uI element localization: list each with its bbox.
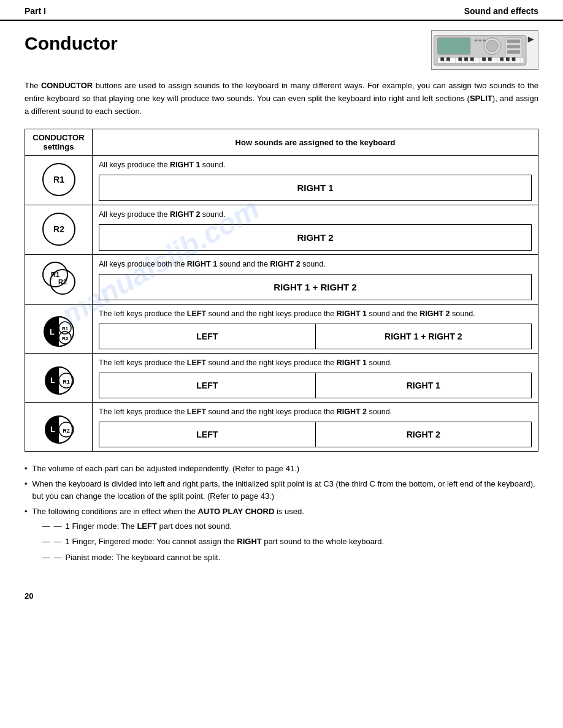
svg-rect-6 [478,40,481,42]
svg-rect-29 [446,58,450,61]
right-sound-4: RIGHT 1 [316,373,532,398]
table-row: LR1The left keys produce the LEFT sound … [25,353,538,402]
bullet-item-3: The following conditions are in effect w… [25,506,538,567]
header-right: Sound and effects [464,6,538,16]
table-row: R1R2All keys produce both the RIGHT 1 so… [25,254,538,304]
split-box-3: LEFTRIGHT 1 + RIGHT 2 [99,324,532,349]
svg-rect-32 [470,58,474,61]
table-row: R1All keys produce the RIGHT 1 sound.RIG… [25,156,538,205]
svg-rect-33 [482,58,486,61]
svg-text:L: L [50,425,55,434]
icon-cell-4: LR1 [25,353,93,402]
svg-rect-2 [438,39,469,54]
desc-text-0: All keys produce the RIGHT 1 sound. [99,159,532,171]
desc-cell-5: The left keys produce the LEFT sound and… [93,402,538,451]
svg-rect-11 [507,50,520,54]
intro-paragraph: The CONDUCTOR buttons are used to assign… [25,80,538,118]
svg-rect-35 [500,58,504,61]
page-number: 20 [0,585,563,607]
desc-cell-2: All keys produce both the RIGHT 1 sound … [93,254,538,304]
title-section: Conductor [25,33,538,70]
svg-rect-28 [440,58,444,61]
sub-bullet-1: — 1 Finger mode: The LEFT part does not … [42,520,385,533]
svg-text:R1: R1 [63,379,70,385]
svg-text:L: L [50,376,55,385]
split-bold: SPLIT [470,94,492,103]
svg-text:R2: R2 [61,336,68,341]
svg-text:R1: R1 [61,326,68,332]
bullet-list: The volume of each part can be adjusted … [25,463,538,567]
sub-bullet-3: — Pianist mode: The keyboard cannot be s… [42,552,385,564]
sound-box-0: RIGHT 1 [99,175,532,201]
table-row: R2All keys produce the RIGHT 2 sound.RIG… [25,205,538,255]
svg-rect-37 [512,58,516,61]
svg-rect-31 [464,58,468,61]
header: Part I Sound and effects [0,0,563,21]
svg-rect-10 [507,45,520,48]
bullet-item-2: When the keyboard is divided into left a… [25,478,538,502]
desc-text-2: All keys produce both the RIGHT 1 sound … [99,259,532,270]
left-sound-5: LEFT [99,422,316,447]
left-sound-3: LEFT [99,324,316,349]
svg-text:R1: R1 [53,175,64,184]
sound-box-1: RIGHT 2 [99,224,532,251]
svg-rect-36 [506,58,510,61]
svg-marker-12 [528,37,534,43]
page-title: Conductor [25,33,118,54]
sound-box-2: RIGHT 1 + RIGHT 2 [99,274,532,300]
svg-rect-9 [507,40,520,44]
icon-cell-5: LR2 [25,402,93,451]
svg-text:R2: R2 [58,278,66,286]
desc-cell-3: The left keys produce the LEFT sound and… [93,304,538,353]
svg-rect-7 [483,40,486,42]
icon-cell-0: R1 [25,156,93,205]
desc-text-4: The left keys produce the LEFT sound and… [99,357,532,369]
keyboard-image [431,30,538,70]
right-sound-3: RIGHT 1 + RIGHT 2 [316,324,532,349]
desc-cell-1: All keys produce the RIGHT 2 sound.RIGHT… [93,205,538,255]
right-sound-5: RIGHT 2 [316,422,532,447]
desc-text-1: All keys produce the RIGHT 2 sound. [99,209,532,221]
desc-text-3: The left keys produce the LEFT sound and… [99,308,532,320]
split-box-5: LEFTRIGHT 2 [99,422,532,447]
sub-bullet-2: — 1 Finger, Fingered mode: You cannot as… [42,536,385,548]
svg-text:R2: R2 [53,224,64,234]
table-row: LR2The left keys produce the LEFT sound … [25,402,538,451]
conductor-table: CONDUCTOR settings How sounds are assign… [25,129,538,451]
split-box-4: LEFTRIGHT 1 [99,373,532,398]
desc-cell-4: The left keys produce the LEFT sound and… [93,353,538,402]
bullet-item-1: The volume of each part can be adjusted … [25,463,538,475]
svg-rect-13 [437,58,524,64]
icon-cell-3: LR1R2 [25,304,93,353]
svg-text:R2: R2 [63,428,70,434]
svg-rect-5 [475,40,478,42]
table-header-col2: How sounds are assigned to the keyboard [93,129,538,156]
table-row: LR1R2The left keys produce the LEFT soun… [25,304,538,353]
table-header-col1: CONDUCTOR settings [25,129,93,156]
svg-rect-30 [458,58,462,61]
left-sound-4: LEFT [99,373,316,398]
sub-bullet-list: — 1 Finger mode: The LEFT part does not … [33,520,385,564]
content: Conductor [0,21,563,585]
svg-point-4 [486,40,498,52]
conductor-bold: CONDUCTOR [41,81,93,90]
icon-cell-2: R1R2 [25,254,93,304]
icon-cell-1: R2 [25,205,93,255]
desc-cell-0: All keys produce the RIGHT 1 sound.RIGHT… [93,156,538,205]
svg-text:L: L [50,327,55,336]
svg-rect-34 [488,58,492,61]
page: Part I Sound and effects manualslib.com … [0,0,563,728]
header-left: Part I [25,6,46,16]
desc-text-5: The left keys produce the LEFT sound and… [99,406,532,418]
